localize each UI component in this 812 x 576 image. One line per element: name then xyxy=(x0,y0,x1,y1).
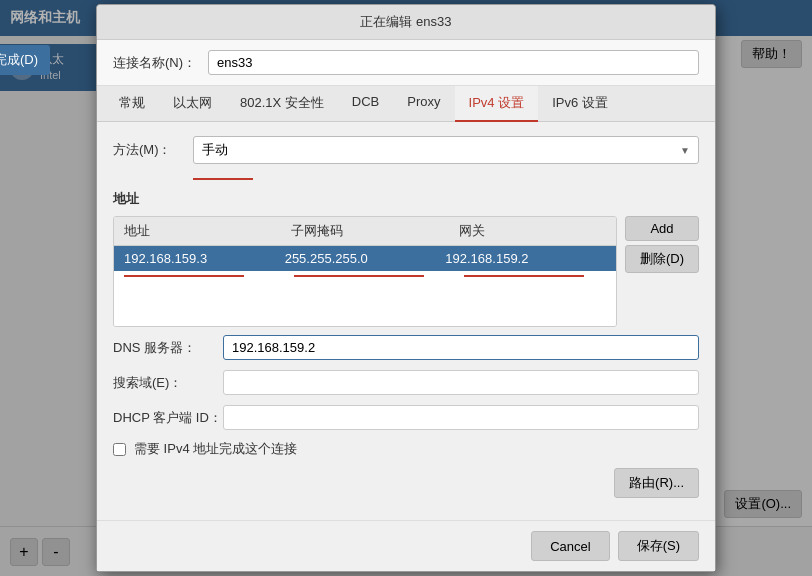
ipv4-content: 方法(M)： 手动 ▼ 地址 地址 xyxy=(97,122,715,520)
add-address-button[interactable]: Add xyxy=(625,216,699,241)
dhcp-id-row: DHCP 客户端 ID： xyxy=(113,405,699,430)
tab-ipv6[interactable]: IPv6 设置 xyxy=(538,86,622,122)
tab-ipv4[interactable]: IPv4 设置 xyxy=(455,86,539,122)
tab-bar: 常规 以太网 802.1X 安全性 DCB Proxy IPv4 设置 IPv6… xyxy=(97,86,715,122)
require-ipv4-row: 需要 IPv4 地址完成这个连接 xyxy=(113,440,699,458)
tab-8021x[interactable]: 802.1X 安全性 xyxy=(226,86,338,122)
address-table-header: 地址 子网掩码 网关 xyxy=(114,217,616,246)
col-netmask: 子网掩码 xyxy=(281,217,448,245)
dns-label: DNS 服务器： xyxy=(113,339,223,357)
delete-address-button[interactable]: 删除(D) xyxy=(625,245,699,273)
address-table: 地址 子网掩码 网关 192.168.159.3 255.255.255.0 1… xyxy=(113,216,617,327)
routes-button[interactable]: 路由(R)... xyxy=(614,468,699,498)
method-underline xyxy=(193,178,253,180)
finish-button[interactable]: 完成(D) xyxy=(0,45,50,75)
method-select[interactable]: 手动 ▼ xyxy=(193,136,699,164)
tab-dcb[interactable]: DCB xyxy=(338,86,393,122)
method-row: 方法(M)： 手动 ▼ xyxy=(113,136,699,164)
dns-row: DNS 服务器： xyxy=(113,335,699,360)
method-value: 手动 xyxy=(202,141,228,159)
address-section: 地址 地址 子网掩码 网关 192.168.159.3 xyxy=(113,190,699,335)
connection-name-label: 连接名称(N)： xyxy=(113,54,196,72)
address-table-body: 192.168.159.3 255.255.255.0 192.168.159.… xyxy=(114,246,616,326)
edit-dialog: 完成(D) 正在编辑 ens33 连接名称(N)： 常规 以太网 802.1X … xyxy=(96,4,716,572)
modal-titlebar: 正在编辑 ens33 xyxy=(97,5,715,40)
connection-name-input[interactable] xyxy=(208,50,699,75)
search-domain-input[interactable] xyxy=(223,370,699,395)
empty-row-space xyxy=(114,287,616,311)
save-button[interactable]: 保存(S) xyxy=(618,531,699,561)
address-buttons: Add 删除(D) xyxy=(625,216,699,273)
require-ipv4-checkbox[interactable] xyxy=(113,443,126,456)
underline-1 xyxy=(124,275,244,277)
underline-3 xyxy=(464,275,584,277)
search-domain-row: 搜索域(E)： xyxy=(113,370,699,395)
search-domain-label: 搜索域(E)： xyxy=(113,374,223,392)
connection-name-row: 连接名称(N)： xyxy=(97,40,715,86)
underline-2 xyxy=(294,275,424,277)
address-section-title: 地址 xyxy=(113,190,699,208)
dhcp-id-label: DHCP 客户端 ID： xyxy=(113,409,223,427)
modal-footer: Cancel 保存(S) xyxy=(97,520,715,571)
tab-proxy[interactable]: Proxy xyxy=(393,86,454,122)
address-with-buttons: 地址 子网掩码 网关 192.168.159.3 255.255.255.0 1… xyxy=(113,216,699,335)
dhcp-id-input[interactable] xyxy=(223,405,699,430)
cell-address: 192.168.159.3 xyxy=(124,251,285,266)
method-dropdown-arrow: ▼ xyxy=(680,145,690,156)
col-gateway: 网关 xyxy=(449,217,616,245)
routes-row: 路由(R)... xyxy=(113,468,699,498)
dns-input[interactable] xyxy=(223,335,699,360)
tab-general[interactable]: 常规 xyxy=(105,86,159,122)
table-row[interactable]: 192.168.159.3 255.255.255.0 192.168.159.… xyxy=(114,246,616,271)
address-table-wrapper: 地址 子网掩码 网关 192.168.159.3 255.255.255.0 1… xyxy=(113,216,617,335)
require-ipv4-label: 需要 IPv4 地址完成这个连接 xyxy=(134,440,297,458)
modal-overlay: 完成(D) 正在编辑 ens33 连接名称(N)： 常规 以太网 802.1X … xyxy=(0,0,812,576)
cancel-button[interactable]: Cancel xyxy=(531,531,609,561)
tab-ethernet[interactable]: 以太网 xyxy=(159,86,226,122)
method-label: 方法(M)： xyxy=(113,141,193,159)
cell-gateway: 192.168.159.2 xyxy=(445,251,606,266)
row-underlines xyxy=(124,271,606,287)
modal-title: 正在编辑 ens33 xyxy=(360,14,451,29)
cell-netmask: 255.255.255.0 xyxy=(285,251,446,266)
col-address: 地址 xyxy=(114,217,281,245)
